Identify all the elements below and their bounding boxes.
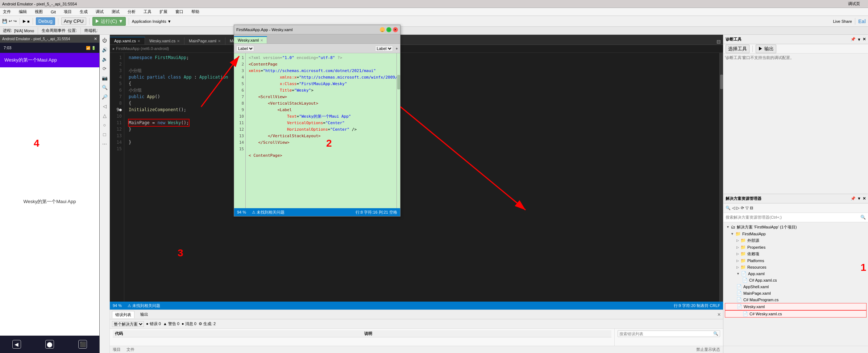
diag-select-tool-button[interactable]: 选择工具 <box>726 45 749 53</box>
menu-build[interactable]: 生成 <box>78 8 89 15</box>
tab-app-xaml-cs-close[interactable]: ✕ <box>137 39 140 43</box>
errors-count[interactable]: ● 错误 0 <box>146 321 161 327</box>
tree-resources[interactable]: ▷ 📁 Resources <box>725 264 867 270</box>
power-icon[interactable]: ⏻ <box>101 36 109 44</box>
solution-refresh-icon[interactable]: ⟳ <box>741 206 744 210</box>
lifecycle-label[interactable]: 生命周期事件 <box>42 28 66 33</box>
diag-output-button[interactable]: ▶ 输出 <box>756 45 776 53</box>
menu-item-debug-page[interactable]: 调试页 <box>848 1 860 7</box>
menu-file[interactable]: 文件 <box>1 8 12 15</box>
error-search-input[interactable] <box>619 332 713 336</box>
menu-view[interactable]: 视图 <box>33 8 44 15</box>
run-icon[interactable]: ▶ <box>23 19 26 24</box>
menu-extensions[interactable]: 扩展 <box>158 8 169 15</box>
play-button[interactable]: ▶ 运行(C) ▼ <box>92 17 126 26</box>
forward-nav-icon[interactable]: △ <box>101 112 109 119</box>
wesky-close-btn[interactable]: ✕ <box>393 27 398 32</box>
tab-wesky-xaml-cs[interactable]: Wesky.xaml.cs ✕ <box>145 37 184 45</box>
menu-help[interactable]: 帮助 <box>190 8 201 15</box>
solution-collapse-icon[interactable]: ⊟ <box>750 206 753 210</box>
tree-wesky-xaml-cs[interactable]: 📄 C# Wesky.xaml.cs <box>725 310 867 318</box>
wesky-minimize-btn[interactable]: _ <box>380 27 385 32</box>
diag-close-icon[interactable]: ✕ <box>863 37 866 42</box>
solution-search-icon[interactable]: 🔍 <box>726 206 731 210</box>
tree-app-xaml-cs[interactable]: 📄 C# App.xaml.cs <box>725 277 867 283</box>
save-icon[interactable]: 💾 <box>2 19 7 24</box>
menu-edit[interactable]: 编辑 <box>17 8 28 15</box>
solution-search-input[interactable] <box>726 215 860 219</box>
tab-wesky-xaml-cs-close[interactable]: ✕ <box>177 39 180 43</box>
menu-window[interactable]: 窗口 <box>174 8 185 15</box>
screenshot-icon[interactable]: 📷 <box>101 74 109 82</box>
scope-selector[interactable]: 整个解决方案 <box>112 321 144 327</box>
menu-project[interactable]: 项目 <box>62 8 73 15</box>
menu-test[interactable]: 测试 <box>110 8 121 15</box>
diag-dropdown-icon[interactable]: ▼ <box>857 37 861 42</box>
wesky-left-selector[interactable]: Label <box>236 46 254 51</box>
recent-button[interactable]: ⬛ <box>78 340 87 349</box>
undo-icon[interactable]: ↩ <box>9 19 12 24</box>
square-icon[interactable]: □ <box>101 130 109 138</box>
menu-git[interactable]: Git <box>49 9 57 15</box>
tab-app-xaml-cs[interactable]: App.xaml.cs ✕ <box>110 37 145 45</box>
menu-debug[interactable]: 调试 <box>94 8 105 15</box>
wesky-code-content[interactable]: <?xml version="1.0" encoding="utf-8" ?> … <box>246 53 396 208</box>
error-tab-output[interactable]: 输出 <box>137 311 151 318</box>
editor-maximize-icon[interactable]: ⊟ <box>717 39 721 45</box>
solution-root[interactable]: ▼ 🗂 解决方案 'FirstMauiApp' (1个项目) <box>725 224 867 231</box>
tree-external-sources[interactable]: ▷ 📁 外部源 <box>725 237 867 244</box>
tree-platforms[interactable]: ▷ 📁 Platforms <box>725 257 867 264</box>
tree-app-xaml[interactable]: ▼ 📄 App.xaml <box>725 270 867 277</box>
zoom-out-icon[interactable]: 🔎 <box>101 93 109 101</box>
code-content[interactable]: namespace FirstMauiApp; 小分组 public parti… <box>124 53 719 302</box>
cpu-selector[interactable]: Any CPU <box>61 17 86 25</box>
editor-vscroll[interactable] <box>719 53 723 302</box>
solution-forward-icon[interactable]: ▷ <box>736 206 739 210</box>
tree-wesky-xaml[interactable]: 📄 Wesky.xaml <box>725 303 867 310</box>
redo-icon[interactable]: ↪ <box>13 19 17 24</box>
eal-label[interactable]: Eal <box>858 18 866 24</box>
warnings-count[interactable]: ▲ 警告 0 <box>163 321 179 327</box>
menu-analyze[interactable]: 分析 <box>126 8 137 15</box>
stop-icon[interactable]: ■ <box>27 19 30 24</box>
emulator-close-icon[interactable]: ✕ <box>94 37 97 41</box>
messages-count[interactable]: ● 消息 0 <box>182 321 196 327</box>
wesky-tab-close[interactable]: ✕ <box>260 38 263 42</box>
tree-firstmauiapp[interactable]: ▼ 📁 FirstMauiApp <box>725 231 867 237</box>
tab-mainpage-xaml-close[interactable]: ✕ <box>218 39 221 43</box>
wesky-vscroll-thumb[interactable] <box>397 75 400 89</box>
wesky-vscroll[interactable] <box>396 53 400 208</box>
error-tab-list[interactable]: 错误列表 <box>112 311 134 318</box>
wesky-tab-xaml[interactable]: Wesky.xaml ✕ <box>234 36 267 43</box>
rotate-icon[interactable]: ⟳ <box>101 64 109 72</box>
solution-filter-icon[interactable]: ▽ <box>746 206 748 210</box>
diag-pin-icon[interactable]: 📌 <box>851 37 856 42</box>
editor-vscroll-thumb[interactable] <box>720 75 723 89</box>
solution-close-icon[interactable]: ✕ <box>863 196 866 201</box>
zoom-in-icon[interactable]: 🔍 <box>101 83 109 91</box>
tree-mainpage-xaml[interactable]: 📄 MainPage.xaml <box>725 290 867 297</box>
wesky-expand-icon[interactable]: + <box>396 46 398 51</box>
live-share-label[interactable]: Live Share <box>833 19 852 24</box>
more-icon[interactable]: ⋯ <box>101 140 109 148</box>
tree-dependencies[interactable]: ▷ 📁 依赖项 <box>725 251 867 257</box>
build-count[interactable]: ⚙ 生成: 2 <box>199 321 216 327</box>
solution-dropdown-icon[interactable]: ▼ <box>857 196 861 201</box>
volume-down-icon[interactable]: 🔉 <box>101 55 109 63</box>
wesky-right-selector[interactable]: Label <box>375 46 393 51</box>
error-panel-close[interactable]: ✕ <box>717 312 721 317</box>
debug-button[interactable]: Debug <box>36 17 55 25</box>
back-button[interactable]: ◀ <box>12 340 21 349</box>
solution-pin-icon[interactable]: 📌 <box>851 196 856 201</box>
tree-properties[interactable]: ▷ 📁 Properties <box>725 244 867 251</box>
overview-icon[interactable]: ○ <box>101 121 109 129</box>
tab-mainpage-xaml[interactable]: MainPage.xaml ✕ <box>184 37 225 45</box>
home-button[interactable]: ⬤ <box>45 340 54 349</box>
wesky-maximize-btn[interactable]: □ <box>386 27 391 32</box>
back-nav-icon[interactable]: ◁ <box>101 102 109 110</box>
menu-tools[interactable]: 工具 <box>142 8 153 15</box>
volume-up-icon[interactable]: 🔊 <box>101 46 109 54</box>
tree-appshell-xaml[interactable]: 📄 AppShell.xaml <box>725 283 867 290</box>
solution-search-btn[interactable]: 🔍 <box>860 215 866 220</box>
tree-mauiprogram[interactable]: 📄 C# MauiProgram.cs <box>725 297 867 303</box>
